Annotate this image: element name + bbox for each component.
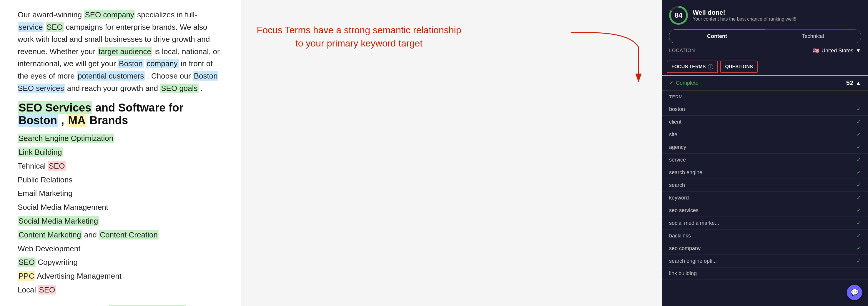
term-name: service <box>669 157 686 163</box>
table-row[interactable]: search engine ✓ <box>662 166 868 179</box>
term-name: search engine opti... <box>669 258 717 264</box>
score-label: Well done! <box>693 9 797 17</box>
count-row: 52 ▲ <box>846 79 861 87</box>
score-number: 84 <box>675 11 683 20</box>
table-row[interactable]: search engine opti... ✓ <box>662 255 868 268</box>
check-icon: ✓ <box>857 131 861 138</box>
table-row[interactable]: service ✓ <box>662 154 868 166</box>
highlight-seo: SEO <box>46 22 64 32</box>
content-area: Our award-winning SEO company specialize… <box>0 0 241 306</box>
highlight-seo-local: SEO <box>38 285 56 295</box>
terms-header: TERM <box>662 91 868 103</box>
check-icon: ✓ <box>857 207 861 214</box>
check-icon: ✓ <box>857 194 861 201</box>
table-row[interactable]: social media marke... ✓ <box>662 217 868 230</box>
list-item: Social Media Marketing <box>18 214 224 228</box>
highlight-seo-strategy: SEO Strategy <box>109 305 186 306</box>
terms-list: boston ✓ client ✓ site ✓ agency ✓ servic… <box>662 103 868 306</box>
terms-column-label: TERM <box>669 94 861 99</box>
highlight-ma: MA <box>67 114 87 127</box>
score-text: Well done! Your content has the best cha… <box>693 9 797 22</box>
check-icon: ✓ <box>857 156 861 163</box>
check-icon: ✓ <box>857 169 861 176</box>
score-sublabel: Your content has the best chance of rank… <box>693 17 797 22</box>
table-row[interactable]: client ✓ <box>662 116 868 128</box>
location-select[interactable]: 🇺🇸 United States ▼ <box>813 48 861 54</box>
term-name: seo services <box>669 208 699 214</box>
highlight-company: company <box>146 59 179 68</box>
check-icon: ✓ <box>857 144 861 150</box>
check-icon: ✓ <box>857 182 861 188</box>
list-item: PPC Advertising Management <box>18 269 224 283</box>
highlight-ppc: PPC <box>18 271 35 281</box>
panel-header: 84 Well done! Your content has the best … <box>662 0 868 43</box>
location-value: United States <box>822 48 853 54</box>
annotation-focus-terms: Focus Terms have a strong semantic relat… <box>256 24 462 50</box>
table-row[interactable]: seo services ✓ <box>662 204 868 217</box>
highlight-boston-h: Boston <box>18 114 58 127</box>
questions-label: QUESTIONS <box>725 64 753 69</box>
highlight-target-audience: target audience <box>98 47 152 56</box>
table-row[interactable]: search ✓ <box>662 179 868 191</box>
score-circle: 84 <box>669 6 688 25</box>
check-icon: ✓ <box>857 258 861 264</box>
complete-badge: ✓ Complete <box>669 80 699 86</box>
complete-label: Complete <box>676 80 699 86</box>
complete-count: 52 <box>846 79 853 87</box>
term-name: search engine <box>669 170 702 176</box>
list-item: Tehnical SEO <box>18 159 224 173</box>
arrow-focus-terms <box>556 24 644 82</box>
location-label: LOCATION <box>669 48 695 53</box>
check-icon: ✓ <box>857 119 861 125</box>
table-row[interactable]: backlinks ✓ <box>662 230 868 242</box>
highlight-seo-services-h: SEO Services <box>18 101 92 114</box>
questions-tab[interactable]: QUESTIONS <box>720 61 757 73</box>
highlight-link-building: Link Building <box>18 147 63 157</box>
heading-seo-services: SEO Services and Software for Boston , M… <box>18 101 224 127</box>
focus-terms-tab[interactable]: FOCUS TERMS i <box>667 61 718 73</box>
check-icon: ✓ <box>669 80 674 86</box>
info-icon[interactable]: i <box>708 64 713 69</box>
highlight-seo-pink: SEO <box>48 161 66 171</box>
term-name: boston <box>669 106 685 113</box>
check-icon: ✓ <box>857 245 861 251</box>
list-item: Search Engine Optimization <box>18 131 224 145</box>
highlight-social-media-marketing: Social Media Marketing <box>18 216 99 226</box>
tab-row[interactable]: Content Technical <box>669 29 861 43</box>
table-row[interactable]: agency ✓ <box>662 141 868 154</box>
chat-icon: 💬 <box>850 288 859 296</box>
term-name: social media marke... <box>669 220 719 226</box>
annotation-text-1: Focus Terms have a strong semantic relat… <box>256 24 462 50</box>
table-row[interactable]: keyword ✓ <box>662 191 868 204</box>
list-item: Web Development <box>18 242 224 256</box>
table-row[interactable]: site ✓ <box>662 128 868 141</box>
highlight-seo-copy: SEO <box>18 257 36 267</box>
table-row[interactable]: link building <box>662 268 868 280</box>
term-name: backlinks <box>669 233 691 239</box>
annotation-area: Focus Terms have a strong semantic relat… <box>241 0 662 306</box>
intro-paragraph: Our award-winning SEO company specialize… <box>18 9 224 94</box>
highlight-content-creation: Content Creation <box>99 230 159 240</box>
highlight-seo-opt: Search Engine Optimization <box>18 133 114 143</box>
complete-row: ✓ Complete 52 ▲ <box>662 75 868 91</box>
list-item: Public Relations <box>18 173 224 187</box>
table-row[interactable]: seo company ✓ <box>662 242 868 255</box>
term-name: agency <box>669 144 686 150</box>
flag-icon: 🇺🇸 <box>813 48 819 54</box>
chat-button[interactable]: 💬 <box>847 285 862 300</box>
term-name: search <box>669 182 685 188</box>
check-icon: ✓ <box>857 106 861 113</box>
tab-content-button[interactable]: Content <box>669 29 765 43</box>
highlight-service: service <box>18 22 43 32</box>
right-panel: 84 Well done! Your content has the best … <box>662 0 868 306</box>
check-icon: ✓ <box>857 233 861 239</box>
list-item: Social Media Management <box>18 201 224 214</box>
term-name: seo company <box>669 245 701 251</box>
table-row[interactable]: boston ✓ <box>662 103 868 116</box>
term-name: client <box>669 119 681 125</box>
highlight-boston: Boston <box>118 59 144 68</box>
chevron-up-icon[interactable]: ▲ <box>856 80 861 86</box>
tab-technical-button[interactable]: Technical <box>765 29 861 43</box>
panel-tabs: FOCUS TERMS i QUESTIONS <box>662 58 868 75</box>
term-name: keyword <box>669 195 689 201</box>
